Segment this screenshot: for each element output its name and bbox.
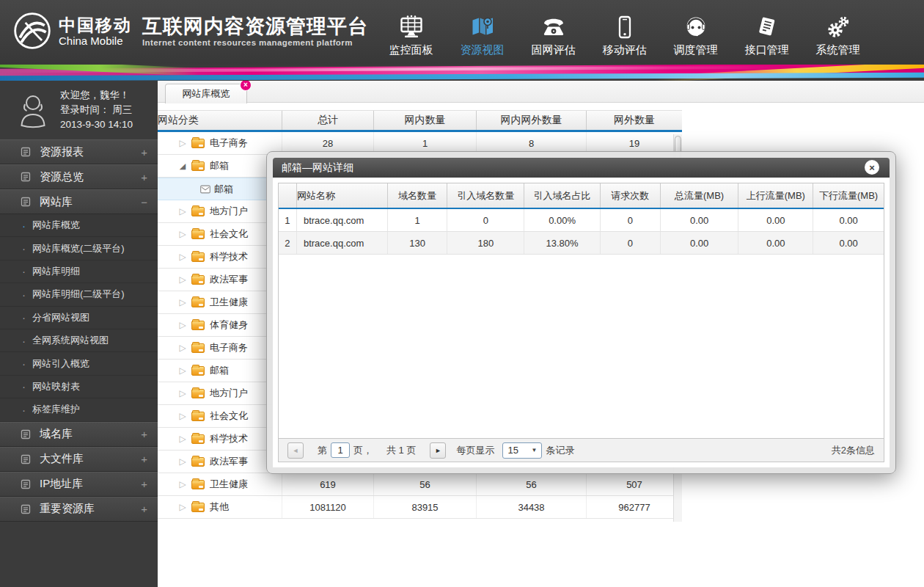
expand-icon[interactable]: ▷ (177, 297, 188, 307)
table-row[interactable]: 2 btrace.qq.com 130 180 13.80% 0 0.00 0.… (279, 232, 884, 255)
page-number-input[interactable] (331, 442, 350, 458)
folder-icon (191, 321, 205, 330)
expand-icon[interactable]: ▷ (177, 365, 188, 376)
expand-icon[interactable]: ▷ (177, 502, 188, 512)
bullet-icon: · (22, 265, 26, 277)
sidebar-section-important-resource-library[interactable]: 重要资源库 + (0, 497, 158, 522)
expand-icon[interactable]: ▷ (177, 138, 188, 148)
expand-icon[interactable]: ▷ (177, 411, 188, 421)
expand-icon[interactable]: ▷ (177, 320, 188, 330)
menu-item-label: 网站库概览(二级平台) (32, 242, 125, 255)
nav-mobile-eval[interactable]: 移动评估 (589, 0, 660, 65)
sidebar-item-website-mapping-table[interactable]: · 网站映射表 (0, 376, 158, 398)
brand-text: 中国移动 China Mobile (59, 15, 132, 47)
sidebar-item-website-intro-overview[interactable]: · 网站引入概览 (0, 352, 158, 375)
sidebar-section-ip-library[interactable]: IP地址库 + (0, 472, 158, 497)
nav-monitor-dashboard[interactable]: 监控面板 (375, 0, 447, 65)
sidebar-item-province-website-view[interactable]: · 分省网站视图 (0, 307, 158, 329)
collapse-minus-icon[interactable]: − (141, 196, 147, 208)
expand-plus-icon[interactable]: + (141, 503, 147, 515)
next-page-button[interactable]: ► (430, 442, 446, 459)
brand-name-cn: 中国移动 (59, 15, 132, 34)
column-header: 总流量(MB) (661, 183, 739, 208)
dialog-titlebar[interactable]: 邮箱—网站详细 × (273, 158, 890, 178)
sidebar-section-bigfile-library[interactable]: 大文件库 + (0, 447, 158, 472)
tab-website-library-overview[interactable]: 网站库概览 × (165, 84, 247, 103)
expand-icon[interactable]: ▷ (177, 229, 188, 239)
app-root: 中国移动 China Mobile 互联网内容资源管理平台 Internet c… (0, 0, 924, 587)
folder-icon (191, 298, 205, 307)
sidebar-item-network-website-view[interactable]: · 全网系统网站视图 (0, 329, 158, 352)
login-datetime: 2013-9-30 14:10 (60, 117, 133, 132)
expand-plus-icon[interactable]: + (141, 428, 147, 440)
dashboard-monitor-icon (399, 12, 424, 40)
sidebar-section-resource-reports[interactable]: 资源报表 + (0, 139, 158, 164)
sidebar: 欢迎您，魏华！ 登录时间： 周三 2013-9-30 14:10 资源报表 + … (0, 81, 158, 587)
page-prefix-label: 第 (318, 444, 327, 457)
nav-label: 接口管理 (745, 43, 789, 57)
dialog-title: 邮箱—网站详细 (282, 161, 353, 175)
bullet-icon: · (22, 357, 26, 370)
top-nav: 监控面板 资源视图 (375, 0, 873, 65)
next-arrow-icon: ► (435, 447, 441, 454)
per-page-value: 15 (507, 445, 518, 456)
section-label: IP地址库 (40, 477, 83, 491)
expand-icon[interactable]: ▷ (177, 434, 188, 444)
pagination-bar: ◄ 第 页， 共 1 页 ► 每页显示 15 ▼ 条记录 共2条信息 (278, 438, 884, 462)
sidebar-item-tag-library-maintenance[interactable]: · 标签库维护 (0, 398, 158, 421)
dialog-close-icon[interactable]: × (865, 160, 879, 175)
expand-icon[interactable]: ▷ (177, 252, 188, 262)
sidebar-section-website-library[interactable]: 网站库 − (0, 189, 158, 214)
tree-row[interactable]: ▷其他 1081120 83915 34438 962777 (158, 496, 682, 519)
bullet-icon: · (22, 404, 26, 416)
folder-icon (191, 230, 205, 239)
sidebar-item-website-overview[interactable]: · 网站库概览 (0, 214, 158, 237)
expand-plus-icon[interactable]: + (141, 453, 147, 465)
list-icon (21, 147, 31, 157)
expand-icon[interactable]: ▷ (177, 456, 188, 467)
avatar (16, 92, 50, 128)
mailbox-website-detail-dialog: 邮箱—网站详细 × 网站名称 域名数量 引入域名数量 引入域名占比 请求次数 总… (266, 151, 896, 474)
nav-system-mgmt[interactable]: 系统管理 (802, 0, 873, 65)
prev-page-button[interactable]: ◄ (287, 442, 304, 459)
nav-label: 资源视图 (461, 43, 505, 57)
table-row[interactable]: 1 btrace.qq.com 1 0 0.00% 0 0.00 0.00 0.… (279, 209, 884, 232)
collapse-icon[interactable]: ◢ (177, 161, 188, 171)
tab-close-icon[interactable]: × (240, 79, 252, 91)
nav-dispatch-mgmt[interactable]: 调度管理 (660, 0, 731, 65)
section-label: 资源报表 (40, 145, 84, 159)
expand-icon[interactable]: ▷ (177, 479, 188, 489)
expand-icon[interactable]: ▷ (177, 343, 188, 353)
nav-resource-view[interactable]: 资源视图 (447, 0, 518, 65)
tab-label: 网站库概览 (183, 87, 230, 101)
folder-icon (191, 275, 205, 285)
top-header: 中国移动 China Mobile 互联网内容资源管理平台 Internet c… (0, 0, 924, 65)
sidebar-item-website-detail[interactable]: · 网站库明细 (0, 260, 158, 283)
expand-plus-icon[interactable]: + (141, 146, 147, 158)
nav-interface-mgmt[interactable]: 接口管理 (731, 0, 802, 65)
expand-plus-icon[interactable]: + (141, 171, 147, 183)
bullet-icon: · (22, 335, 26, 347)
tree-row[interactable]: ▷卫生健康 619 56 56 507 (158, 473, 682, 496)
decorative-ribbon (0, 65, 924, 81)
china-mobile-logo-icon (12, 10, 53, 51)
list-icon (21, 504, 31, 514)
section-label: 域名库 (40, 427, 73, 441)
per-page-select[interactable]: 15 ▼ (502, 442, 542, 459)
menu-item-label: 网站映射表 (32, 380, 80, 393)
sidebar-item-website-overview-l2[interactable]: · 网站库概览(二级平台) (0, 237, 158, 260)
column-header: 网内网外数量 (477, 111, 587, 130)
expand-icon[interactable]: ▷ (177, 206, 188, 216)
telephone-icon (541, 12, 566, 40)
expand-plus-icon[interactable]: + (141, 478, 147, 490)
expand-icon[interactable]: ▷ (177, 388, 188, 398)
column-header: 引入域名数量 (447, 183, 524, 208)
sidebar-item-website-detail-l2[interactable]: · 网站库明细(二级平台) (0, 283, 158, 306)
sidebar-section-resource-overview[interactable]: 资源总览 + (0, 164, 158, 189)
nav-fixed-network-eval[interactable]: 固网评估 (518, 0, 589, 65)
bullet-icon: · (22, 288, 26, 301)
expand-icon[interactable]: ▷ (177, 274, 188, 285)
smartphone-icon (612, 12, 637, 40)
sidebar-section-domain-library[interactable]: 域名库 + (0, 422, 158, 447)
menu-item-label: 网站库明细 (32, 265, 80, 278)
